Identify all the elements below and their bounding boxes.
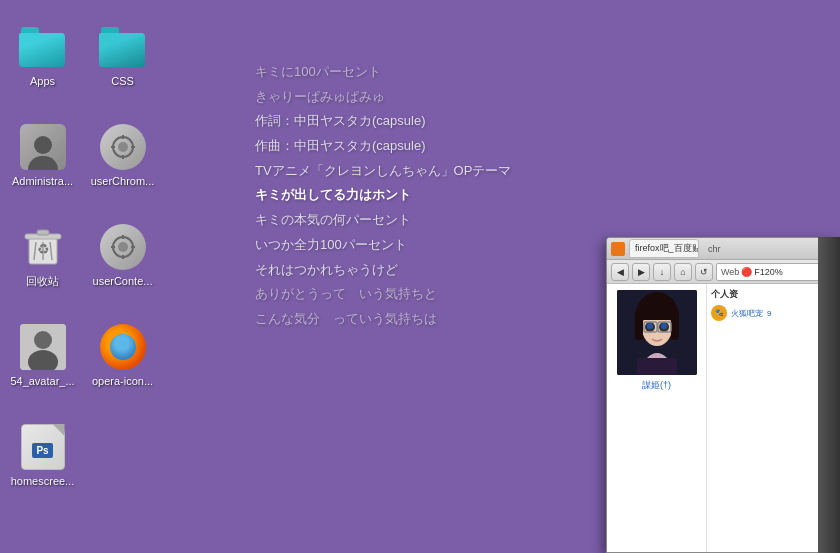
svg-rect-35 [637,358,677,375]
svg-point-20 [34,331,52,349]
browser-window: firefox吧_百度贴吧 chr ◀ ▶ ↓ ⌂ ↺ We [606,237,840,553]
home-button[interactable]: ⌂ [674,263,692,281]
lyric-line-9: ありがとうって いう気持ちと [255,282,605,307]
administrator-icon [19,123,67,171]
undo-button[interactable]: ↺ [695,263,713,281]
lyric-line-5: キミが出してる力はホント [255,183,605,208]
back-button[interactable]: ◀ [611,263,629,281]
user1-level: 9 [767,309,771,318]
usercontent-icon [99,223,147,271]
lyric-line-8: それはつかれちゃうけど [255,258,605,283]
icon-usercontent[interactable]: userConte... [85,205,160,305]
icon-userchrome[interactable]: userChrom... [85,105,160,205]
psd-file-icon: Ps [19,423,67,471]
forward-button[interactable]: ▶ [632,263,650,281]
right-title: 个人资 [711,288,835,301]
apps-label: Apps [30,75,55,87]
avatar-icon [19,323,67,371]
partial-window-edge [818,237,840,553]
profile-section: 謀姫(†) [607,284,707,552]
content-body: 謀姫(†) 个人资 🐾 火狐吧宠 9 [607,284,839,552]
reload-button[interactable]: ↓ [653,263,671,281]
icon-avatar[interactable]: 54_avatar_... [5,305,80,405]
lyric-line-1: きゃりーぱみゅぱみゅ [255,85,605,110]
svg-text:♻: ♻ [36,241,49,257]
user-avatar-small: 🐾 [711,305,727,321]
icon-recycle[interactable]: ♻ 回收站 [5,205,80,305]
browser-tab-2[interactable]: chr [703,242,726,256]
browser-toolbar: ◀ ▶ ↓ ⌂ ↺ Web 🔴 F120% [607,260,839,284]
lyric-line-7: いつか全力100パーセント [255,233,605,258]
lyric-line-0: キミに100パーセント [255,60,605,85]
homescreen-label: homescree... [11,475,75,487]
user-row-1: 🐾 火狐吧宠 9 [711,305,835,321]
userchrome-icon [99,123,147,171]
userchrome-label: userChrom... [91,175,155,187]
lyric-line-2: 作詞：中田ヤスタカ(capsule) [255,109,605,134]
apps-folder-icon [19,23,67,71]
svg-rect-8 [37,230,49,235]
css-folder-icon [99,23,147,71]
tab1-label: firefox吧_百度贴吧 [635,242,699,255]
icon-grid: Apps CSS Administra... [5,5,165,505]
avatar-label: 54_avatar_... [10,375,74,387]
icon-opera[interactable]: opera-icon... [85,305,160,405]
icon-apps[interactable]: Apps [5,5,80,105]
lyric-line-10: こんな気分 っていう気持ちは [255,307,605,332]
css-label: CSS [111,75,134,87]
lyric-line-3: 作曲：中田ヤスタカ(capsule) [255,134,605,159]
desktop: Apps CSS Administra... [0,0,840,553]
lyrics-overlay: キミに100パーセント きゃりーぱみゅぱみゅ 作詞：中田ヤスタカ(capsule… [255,60,605,332]
opera-label: opera-icon... [92,375,153,387]
browser-content: 謀姫(†) 个人资 🐾 火狐吧宠 9 [607,284,839,552]
lyric-line-6: キミの本気の何パーセント [255,208,605,233]
icon-homescreen[interactable]: Ps homescree... [5,405,80,505]
profile-name: 謀姫(†) [642,379,671,392]
browser-tab-1[interactable]: firefox吧_百度贴吧 [629,239,699,258]
icon-css[interactable]: CSS [85,5,160,105]
icon-administrator[interactable]: Administra... [5,105,80,205]
opera-icon [99,323,147,371]
tab2-label: chr [708,244,721,254]
svg-point-1 [118,142,128,152]
svg-point-31 [661,323,667,329]
usercontent-label: userConte... [93,275,153,287]
lyric-line-4: TVアニメ「クレヨンしんちゃん」OPテーマ [255,159,605,184]
browser-titlebar: firefox吧_百度贴吧 chr [607,238,839,260]
svg-point-14 [118,242,128,252]
svg-point-30 [647,323,653,329]
firefox-favicon [611,242,625,256]
user1-name: 火狐吧宠 [731,308,763,319]
profile-image [617,290,697,375]
svg-rect-27 [639,300,675,320]
recycle-label: 回收站 [26,274,59,289]
recycle-bin-icon: ♻ [19,222,67,270]
administrator-label: Administra... [12,175,73,187]
